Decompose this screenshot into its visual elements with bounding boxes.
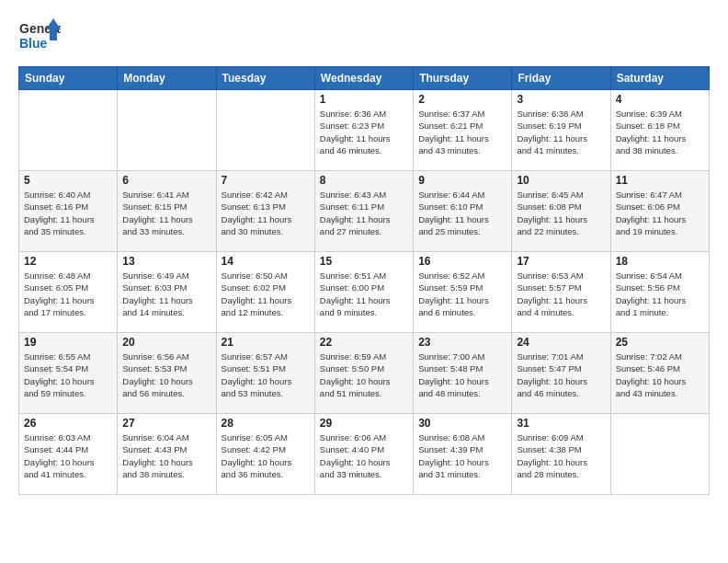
day-info: Sunrise: 6:56 AM Sunset: 5:53 PM Dayligh… — [122, 350, 210, 399]
calendar-cell: 22Sunrise: 6:59 AM Sunset: 5:50 PM Dayli… — [314, 333, 413, 414]
calendar-cell: 6Sunrise: 6:41 AM Sunset: 6:15 PM Daylig… — [118, 171, 216, 252]
day-info: Sunrise: 6:59 AM Sunset: 5:50 PM Dayligh… — [320, 350, 408, 399]
calendar-week-5: 26Sunrise: 6:03 AM Sunset: 4:44 PM Dayli… — [19, 414, 710, 495]
calendar-cell: 31Sunrise: 6:09 AM Sunset: 4:38 PM Dayli… — [512, 414, 610, 495]
day-number: 21 — [222, 336, 310, 349]
day-number: 26 — [24, 417, 112, 430]
day-info: Sunrise: 6:38 AM Sunset: 6:19 PM Dayligh… — [517, 108, 605, 156]
day-number: 18 — [616, 255, 704, 268]
weekday-header-row: SundayMondayTuesdayWednesdayThursdayFrid… — [19, 67, 710, 90]
calendar-cell: 1Sunrise: 6:36 AM Sunset: 6:23 PM Daylig… — [314, 90, 413, 171]
calendar-cell: 8Sunrise: 6:43 AM Sunset: 6:11 PM Daylig… — [314, 171, 413, 252]
calendar-cell: 28Sunrise: 6:05 AM Sunset: 4:42 PM Dayli… — [216, 414, 314, 495]
calendar-cell: 2Sunrise: 6:37 AM Sunset: 6:21 PM Daylig… — [414, 90, 512, 171]
calendar-cell: 24Sunrise: 7:01 AM Sunset: 5:47 PM Dayli… — [512, 333, 610, 414]
weekday-header-friday: Friday — [512, 67, 610, 90]
calendar-week-4: 19Sunrise: 6:55 AM Sunset: 5:54 PM Dayli… — [19, 333, 710, 414]
calendar-week-2: 5Sunrise: 6:40 AM Sunset: 6:16 PM Daylig… — [19, 171, 710, 252]
day-info: Sunrise: 6:39 AM Sunset: 6:18 PM Dayligh… — [616, 108, 704, 156]
calendar-cell: 5Sunrise: 6:40 AM Sunset: 6:16 PM Daylig… — [19, 171, 118, 252]
day-info: Sunrise: 7:00 AM Sunset: 5:48 PM Dayligh… — [418, 350, 506, 399]
day-info: Sunrise: 6:48 AM Sunset: 6:05 PM Dayligh… — [24, 270, 112, 318]
calendar-cell: 21Sunrise: 6:57 AM Sunset: 5:51 PM Dayli… — [216, 333, 314, 414]
calendar-cell: 4Sunrise: 6:39 AM Sunset: 6:18 PM Daylig… — [610, 90, 709, 171]
calendar-cell: 30Sunrise: 6:08 AM Sunset: 4:39 PM Dayli… — [414, 414, 512, 495]
day-number: 13 — [122, 255, 210, 268]
day-info: Sunrise: 6:49 AM Sunset: 6:03 PM Dayligh… — [122, 270, 210, 318]
logo: General Blue — [18, 15, 61, 57]
calendar-cell: 27Sunrise: 6:04 AM Sunset: 4:43 PM Dayli… — [118, 414, 216, 495]
calendar-cell: 25Sunrise: 7:02 AM Sunset: 5:46 PM Dayli… — [610, 333, 709, 414]
day-info: Sunrise: 6:47 AM Sunset: 6:06 PM Dayligh… — [616, 189, 704, 237]
logo-svg: General Blue — [18, 15, 61, 57]
day-number: 7 — [222, 174, 310, 187]
calendar-cell — [19, 90, 118, 171]
day-info: Sunrise: 6:45 AM Sunset: 6:08 PM Dayligh… — [517, 189, 605, 237]
day-info: Sunrise: 6:09 AM Sunset: 4:38 PM Dayligh… — [517, 431, 605, 480]
day-number: 30 — [418, 417, 506, 430]
day-number: 4 — [616, 93, 704, 106]
day-number: 14 — [222, 255, 310, 268]
day-number: 1 — [320, 93, 408, 106]
calendar-week-3: 12Sunrise: 6:48 AM Sunset: 6:05 PM Dayli… — [19, 252, 710, 333]
day-info: Sunrise: 6:42 AM Sunset: 6:13 PM Dayligh… — [222, 189, 310, 237]
calendar-cell: 19Sunrise: 6:55 AM Sunset: 5:54 PM Dayli… — [19, 333, 118, 414]
day-info: Sunrise: 6:40 AM Sunset: 6:16 PM Dayligh… — [24, 189, 112, 237]
calendar-cell: 10Sunrise: 6:45 AM Sunset: 6:08 PM Dayli… — [512, 171, 610, 252]
day-number: 29 — [320, 417, 408, 430]
day-number: 22 — [320, 336, 408, 349]
day-info: Sunrise: 6:43 AM Sunset: 6:11 PM Dayligh… — [320, 189, 408, 237]
calendar-cell — [118, 90, 216, 171]
day-number: 24 — [517, 336, 605, 349]
calendar-cell: 11Sunrise: 6:47 AM Sunset: 6:06 PM Dayli… — [610, 171, 709, 252]
day-number: 2 — [418, 93, 506, 106]
day-info: Sunrise: 6:50 AM Sunset: 6:02 PM Dayligh… — [222, 270, 310, 318]
day-info: Sunrise: 6:53 AM Sunset: 5:57 PM Dayligh… — [517, 270, 605, 318]
header: General Blue — [18, 15, 710, 57]
calendar-table: SundayMondayTuesdayWednesdayThursdayFrid… — [18, 66, 710, 495]
weekday-header-thursday: Thursday — [414, 67, 512, 90]
day-number: 9 — [418, 174, 506, 187]
calendar-cell: 18Sunrise: 6:54 AM Sunset: 5:56 PM Dayli… — [610, 252, 709, 333]
calendar-cell: 26Sunrise: 6:03 AM Sunset: 4:44 PM Dayli… — [19, 414, 118, 495]
svg-text:Blue: Blue — [19, 36, 48, 51]
weekday-header-monday: Monday — [118, 67, 216, 90]
calendar-week-1: 1Sunrise: 6:36 AM Sunset: 6:23 PM Daylig… — [19, 90, 710, 171]
day-info: Sunrise: 7:01 AM Sunset: 5:47 PM Dayligh… — [517, 350, 605, 399]
day-info: Sunrise: 6:57 AM Sunset: 5:51 PM Dayligh… — [222, 350, 310, 399]
day-info: Sunrise: 6:05 AM Sunset: 4:42 PM Dayligh… — [222, 431, 310, 480]
day-info: Sunrise: 6:04 AM Sunset: 4:43 PM Dayligh… — [122, 431, 210, 480]
calendar-cell: 15Sunrise: 6:51 AM Sunset: 6:00 PM Dayli… — [314, 252, 413, 333]
day-number: 5 — [24, 174, 112, 187]
calendar-cell: 7Sunrise: 6:42 AM Sunset: 6:13 PM Daylig… — [216, 171, 314, 252]
day-info: Sunrise: 6:36 AM Sunset: 6:23 PM Dayligh… — [320, 108, 408, 156]
calendar-cell: 12Sunrise: 6:48 AM Sunset: 6:05 PM Dayli… — [19, 252, 118, 333]
calendar-body: 1Sunrise: 6:36 AM Sunset: 6:23 PM Daylig… — [19, 90, 710, 495]
day-number: 15 — [320, 255, 408, 268]
calendar-cell — [216, 90, 314, 171]
calendar-cell: 3Sunrise: 6:38 AM Sunset: 6:19 PM Daylig… — [512, 90, 610, 171]
weekday-header-tuesday: Tuesday — [216, 67, 314, 90]
calendar-cell — [610, 414, 709, 495]
weekday-header-sunday: Sunday — [19, 67, 118, 90]
day-number: 23 — [418, 336, 506, 349]
day-info: Sunrise: 6:03 AM Sunset: 4:44 PM Dayligh… — [24, 431, 112, 480]
day-number: 25 — [616, 336, 704, 349]
day-number: 8 — [320, 174, 408, 187]
day-number: 16 — [418, 255, 506, 268]
day-info: Sunrise: 6:08 AM Sunset: 4:39 PM Dayligh… — [418, 431, 506, 480]
day-number: 17 — [517, 255, 605, 268]
day-number: 31 — [517, 417, 605, 430]
calendar-cell: 17Sunrise: 6:53 AM Sunset: 5:57 PM Dayli… — [512, 252, 610, 333]
calendar-cell: 20Sunrise: 6:56 AM Sunset: 5:53 PM Dayli… — [118, 333, 216, 414]
calendar-cell: 29Sunrise: 6:06 AM Sunset: 4:40 PM Dayli… — [314, 414, 413, 495]
day-number: 6 — [122, 174, 210, 187]
day-number: 10 — [517, 174, 605, 187]
calendar-cell: 9Sunrise: 6:44 AM Sunset: 6:10 PM Daylig… — [414, 171, 512, 252]
day-info: Sunrise: 6:41 AM Sunset: 6:15 PM Dayligh… — [122, 189, 210, 237]
day-number: 20 — [122, 336, 210, 349]
weekday-header-wednesday: Wednesday — [314, 67, 413, 90]
day-number: 11 — [616, 174, 704, 187]
day-info: Sunrise: 6:52 AM Sunset: 5:59 PM Dayligh… — [418, 270, 506, 318]
day-number: 12 — [24, 255, 112, 268]
